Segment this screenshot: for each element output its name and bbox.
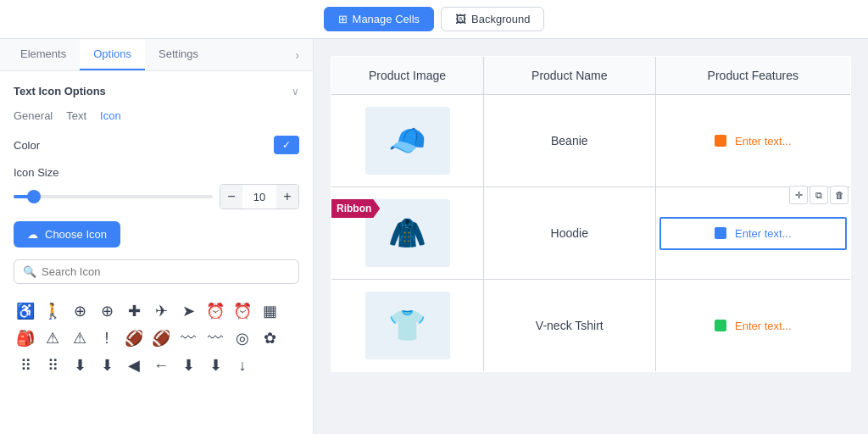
background-button[interactable]: 🖼 Background <box>441 7 544 31</box>
section-header: Text Icon Options ∨ <box>14 85 299 97</box>
size-stepper: − + <box>220 184 299 209</box>
color-row: Color ✓ <box>14 136 299 154</box>
stepper-plus[interactable]: + <box>276 185 298 209</box>
search-input[interactable] <box>42 265 290 278</box>
icon-cell[interactable]: 🏈 <box>149 326 173 350</box>
section-title: Text Icon Options <box>14 85 106 97</box>
sub-tab-text[interactable]: Text <box>66 109 86 124</box>
table-header: Product Image Product Name Product Featu… <box>331 57 851 95</box>
icon-cell[interactable]: ✚ <box>122 299 146 323</box>
icon-cell[interactable]: ← <box>149 353 173 377</box>
table-row: 🧢 Beanie Enter text... <box>331 95 851 187</box>
cell-toolbar: ✛ ⧉ 🗑 <box>789 186 849 204</box>
feature-icon-green <box>715 320 726 331</box>
options-panel: Text Icon Options ∨ General Text Icon Co… <box>0 71 313 434</box>
col-header-features: Product Features <box>655 57 850 95</box>
table-row: 👕 V-neck Tshirt Enter text... <box>331 280 851 372</box>
icon-cell[interactable]: 🏈 <box>122 326 146 350</box>
product-image: 🧢 <box>365 107 450 175</box>
section-collapse-icon[interactable]: ∨ <box>292 86 299 97</box>
manage-cells-label: Manage Cells <box>353 13 420 25</box>
icon-cell[interactable]: ⚠ <box>68 326 92 350</box>
icon-cell[interactable]: ⊕ <box>68 299 92 323</box>
sub-tab-general[interactable]: General <box>14 109 53 124</box>
product-image-cell-ribbon: Ribbon 🧥 <box>331 187 484 280</box>
slider-track <box>14 195 213 198</box>
icon-cell[interactable]: ◎ <box>231 326 254 350</box>
tab-options[interactable]: Options <box>80 39 145 70</box>
table-body: 🧢 Beanie Enter text... Ribb <box>331 95 851 372</box>
product-name-cell: Beanie <box>484 95 656 187</box>
search-icon: 🔍 <box>23 265 36 278</box>
icon-cell[interactable]: ◀ <box>122 353 146 377</box>
color-label: Color <box>14 139 40 152</box>
icon-cell[interactable]: ➤ <box>176 299 200 323</box>
top-bar: ⊞ Manage Cells 🖼 Background <box>0 0 868 39</box>
stepper-minus[interactable]: − <box>220 185 242 209</box>
feature-icon-blue <box>715 227 726 239</box>
cell-tool-delete[interactable]: 🗑 <box>830 186 849 204</box>
right-content: Product Image Product Name Product Featu… <box>314 39 868 434</box>
stepper-input[interactable] <box>242 191 276 203</box>
icon-grid: ♿ 🚶 ⊕ ⊕ ✚ ✈ ➤ ⏰ ⏰ ▦ 🎒 ⚠ ⚠ ! 🏈 🏈 〰 〰 ◎ ✿ <box>14 299 299 377</box>
sub-tab-icon[interactable]: Icon <box>100 109 121 124</box>
icon-cell[interactable]: ⬇ <box>203 353 227 377</box>
size-slider[interactable] <box>14 188 213 205</box>
icon-cell[interactable]: ✿ <box>258 326 281 350</box>
icon-cell[interactable]: ✈ <box>149 299 173 323</box>
color-swatch[interactable]: ✓ <box>274 136 299 154</box>
product-features-cell-active[interactable]: ✛ ⧉ 🗑 Enter text... <box>655 187 850 280</box>
tabs-chevron[interactable]: › <box>288 45 306 65</box>
table-row: Ribbon 🧥 Hoodie ✛ ⧉ 🗑 <box>331 187 851 280</box>
col-header-image: Product Image <box>331 57 484 95</box>
product-name-cell: V-neck Tshirt <box>484 280 656 372</box>
tab-elements[interactable]: Elements <box>7 39 80 70</box>
product-features-cell[interactable]: Enter text... <box>655 95 850 187</box>
product-name-cell: Hoodie <box>484 187 656 280</box>
product-features-cell[interactable]: Enter text... <box>655 280 850 372</box>
icon-size-label: Icon Size <box>14 166 299 179</box>
enter-text-green[interactable]: Enter text... <box>673 320 833 332</box>
background-label: Background <box>471 13 530 25</box>
enter-text-blue[interactable]: Enter text... <box>715 227 791 240</box>
icon-cell[interactable]: ⚠ <box>41 326 64 350</box>
icon-cell[interactable]: 🚶 <box>41 299 64 323</box>
ribbon-tag: Ribbon <box>331 199 380 218</box>
icon-cell[interactable]: ⏰ <box>231 299 254 323</box>
product-image-cell: 👕 <box>331 280 484 372</box>
product-table: Product Image Product Name Product Featu… <box>331 56 851 372</box>
sub-tabs: General Text Icon <box>14 109 299 124</box>
choose-icon-button[interactable]: ☁ Choose Icon <box>14 221 120 248</box>
enter-text-orange[interactable]: Enter text... <box>673 135 833 147</box>
choose-icon-label: Choose Icon <box>45 228 107 241</box>
icon-cell[interactable]: ♿ <box>14 299 37 323</box>
icon-cell[interactable]: ⬇ <box>95 353 119 377</box>
product-name: Hoodie <box>551 226 588 240</box>
checkmark-icon: ✓ <box>282 139 291 151</box>
icon-cell[interactable]: ⬇ <box>68 353 92 377</box>
icon-cell[interactable]: ▦ <box>258 299 281 323</box>
product-name: Beanie <box>551 134 588 147</box>
icon-cell[interactable]: ! <box>95 326 119 350</box>
icon-cell[interactable]: 🎒 <box>14 326 37 350</box>
icon-cell[interactable]: ⬇ <box>176 353 200 377</box>
icon-cell[interactable]: 〰 <box>176 326 200 350</box>
search-icon-field[interactable]: 🔍 <box>14 259 299 284</box>
icon-cell[interactable]: ⊕ <box>95 299 119 323</box>
icon-cell[interactable]: ⠿ <box>41 353 64 377</box>
icon-cell[interactable]: ↓ <box>231 353 254 377</box>
tab-settings[interactable]: Settings <box>145 39 212 70</box>
icon-cell[interactable]: ⏰ <box>203 299 227 323</box>
manage-cells-button[interactable]: ⊞ Manage Cells <box>324 7 435 31</box>
product-image-cell: 🧢 <box>331 95 484 187</box>
grid-icon: ⊞ <box>338 13 348 25</box>
left-panel: Elements Options Settings › Text Icon Op… <box>0 39 314 434</box>
icon-cell[interactable]: ⠿ <box>14 353 37 377</box>
active-cell-inner[interactable]: Enter text... <box>659 217 847 250</box>
cell-tool-copy[interactable]: ⧉ <box>810 186 828 204</box>
upload-icon: ☁ <box>27 228 38 241</box>
slider-thumb[interactable] <box>27 190 41 203</box>
icon-cell[interactable]: 〰 <box>203 326 227 350</box>
cell-tool-move[interactable]: ✛ <box>789 186 808 204</box>
product-name: V-neck Tshirt <box>536 319 604 332</box>
